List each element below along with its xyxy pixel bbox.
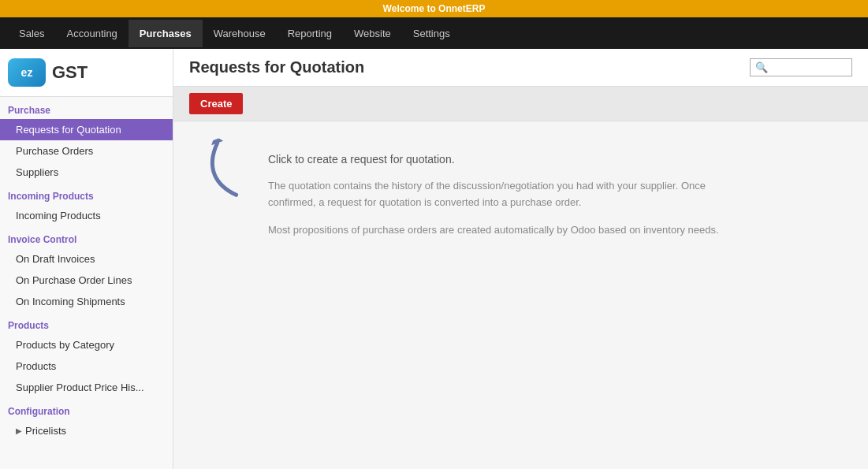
sidebar: ez GST Purchase Requests for Quotation P… bbox=[0, 49, 173, 469]
sidebar-item-supplier-product-price[interactable]: Supplier Product Price His... bbox=[0, 377, 173, 398]
empty-state: Click to create a request for quotation.… bbox=[173, 121, 868, 273]
sidebar-item-incoming-products[interactable]: Incoming Products bbox=[0, 205, 173, 226]
description-text-2: Most propositions of purchase orders are… bbox=[268, 222, 725, 239]
sidebar-item-requests-for-quotation[interactable]: Requests for Quotation bbox=[0, 119, 173, 140]
top-nav: Sales Accounting Purchases Warehouse Rep… bbox=[0, 17, 868, 49]
arrow-icon bbox=[194, 132, 264, 218]
sidebar-item-on-purchase-order-lines[interactable]: On Purchase Order Lines bbox=[0, 270, 173, 291]
page-title: Requests for Quotation bbox=[189, 58, 364, 76]
nav-website[interactable]: Website bbox=[343, 20, 402, 47]
create-button[interactable]: Create bbox=[189, 93, 243, 114]
logo-area: ez GST bbox=[0, 49, 173, 97]
sidebar-section-invoice-control: Invoice Control bbox=[0, 226, 173, 248]
sidebar-item-pricelists[interactable]: ▶ Pricelists bbox=[0, 420, 173, 441]
nav-reporting[interactable]: Reporting bbox=[277, 20, 343, 47]
sidebar-item-pricelists-label: Pricelists bbox=[25, 425, 66, 437]
sidebar-section-configuration: Configuration bbox=[0, 398, 173, 420]
sidebar-item-purchase-orders[interactable]: Purchase Orders bbox=[0, 140, 173, 162]
nav-purchases[interactable]: Purchases bbox=[129, 20, 203, 47]
sidebar-item-on-incoming-shipments[interactable]: On Incoming Shipments bbox=[0, 291, 173, 312]
sidebar-section-incoming-products: Incoming Products bbox=[0, 183, 173, 205]
sidebar-item-on-draft-invoices[interactable]: On Draft Invoices bbox=[0, 248, 173, 270]
nav-settings[interactable]: Settings bbox=[402, 20, 461, 47]
sidebar-item-products[interactable]: Products bbox=[0, 355, 173, 377]
description-text-1: The quotation contains the history of th… bbox=[268, 178, 725, 211]
click-to-create-text: Click to create a request for quotation. bbox=[268, 153, 725, 166]
svg-marker-0 bbox=[209, 133, 223, 145]
sidebar-section-products: Products bbox=[0, 312, 173, 334]
empty-state-text: Click to create a request for quotation.… bbox=[268, 145, 725, 249]
logo-icon: ez bbox=[8, 58, 46, 87]
nav-sales[interactable]: Sales bbox=[8, 20, 56, 47]
nav-warehouse[interactable]: Warehouse bbox=[203, 20, 277, 47]
welcome-text: Welcome to OnnetERP bbox=[383, 3, 486, 14]
toolbar: Create bbox=[173, 87, 868, 121]
sidebar-item-products-by-category[interactable]: Products by Category bbox=[0, 334, 173, 355]
content-area: Requests for Quotation 🔍 Create Click to… bbox=[173, 49, 868, 469]
logo-brand-text: GST bbox=[52, 62, 88, 83]
sidebar-section-purchase: Purchase bbox=[0, 97, 173, 119]
search-icon: 🔍 bbox=[755, 61, 768, 73]
sidebar-arrow-icon: ▶ bbox=[16, 426, 22, 435]
nav-accounting[interactable]: Accounting bbox=[56, 20, 129, 47]
sidebar-item-suppliers[interactable]: Suppliers bbox=[0, 162, 173, 183]
search-box[interactable]: 🔍 bbox=[750, 58, 852, 76]
search-input[interactable] bbox=[768, 61, 847, 73]
content-header: Requests for Quotation 🔍 bbox=[173, 49, 868, 87]
welcome-bar: Welcome to OnnetERP bbox=[0, 0, 868, 17]
logo-icon-text: ez bbox=[21, 66, 33, 79]
main-layout: ez GST Purchase Requests for Quotation P… bbox=[0, 49, 868, 469]
